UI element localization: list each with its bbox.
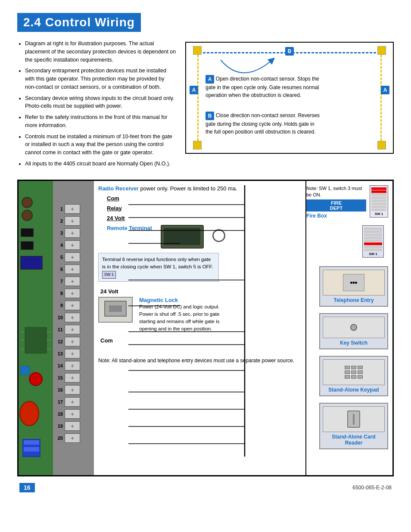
sw1-dip-switches: SW 1 [370, 185, 388, 218]
corner-br [377, 141, 386, 149]
terminal6-note-box: Terminal 6 reverse input functions only … [98, 253, 219, 282]
terminal-row-5: 5 [55, 252, 92, 263]
svg-rect-12 [25, 327, 47, 353]
com-t12-text: Com [100, 337, 113, 344]
svg-rect-8 [24, 447, 39, 451]
fire-dept-badge: FIREDEPT [306, 199, 366, 212]
terminal-row-10: 10 [55, 312, 92, 323]
volt24-label: 24 Volt [107, 215, 301, 221]
standalone-keypad-label: Stand-Alone Keypad [323, 387, 385, 393]
page-number: 16 [19, 483, 35, 492]
radio-module-inner [164, 228, 200, 245]
standalone-card-reader-label: Stand-Alone Card Reader [323, 434, 385, 446]
sensor-diagram-area: B A A [185, 42, 394, 171]
bullet-5: Controls must be installed a minimum of … [25, 133, 177, 157]
fire-box-note-text: Note: SW 1, switch 3 must be ON. [306, 186, 362, 197]
corner-bl [193, 141, 202, 149]
dashed-v-left [197, 55, 199, 141]
telephone-graphic: ■■■ [323, 270, 385, 296]
terminal-row-15: 15 [55, 372, 92, 383]
bullet-3: Secondary device wiring shows inputs to … [25, 94, 177, 111]
wiring-diagram-section: 1 2 3 4 5 6 7 [17, 180, 394, 476]
terminal-row-9: 9 [55, 300, 92, 311]
svg-point-5 [20, 401, 39, 426]
svg-rect-2 [21, 228, 34, 237]
radio-receiver-section: Radio Receiver power only. Power is limi… [98, 185, 301, 192]
key-switch-label: Key Switch [323, 340, 385, 346]
middle-content: Radio Receiver power only. Power is limi… [94, 181, 305, 475]
bullet-6: All inputs to the 4405 circuit board are… [25, 160, 177, 168]
terminal-row-17: 17 [55, 396, 92, 408]
terminal-row-7: 7 [55, 276, 92, 287]
right-devices-panel: Note: SW 1, switch 3 must be ON. FIREDEP… [305, 181, 392, 475]
page-title-block: 2.4 Control Wiring [17, 13, 141, 32]
standalone-card-reader-device: Stand-Alone Card Reader [319, 403, 388, 449]
svg-point-0 [22, 197, 32, 208]
mag-lock-text-block: Magnetic Lock Power (24-Volt DC) and log… [139, 297, 234, 333]
mag-lock-label: Magnetic Lock [139, 297, 234, 303]
footer: 16 6500-065-E-2-08 [17, 483, 394, 492]
terminal-row-20: 20 [55, 432, 92, 444]
connection-labels: Com Relay 24 Volt [107, 195, 301, 221]
card-reader-slot [347, 411, 360, 428]
pcb-svg [19, 181, 53, 474]
com-text: Com [107, 195, 119, 202]
fire-box-content: Note: SW 1, switch 3 must be ON. FIREDEP… [306, 185, 366, 219]
telephone-entry-label: Telephone Entry [323, 297, 385, 303]
terminal6-sw-label: SW 1 [102, 271, 116, 279]
terminal-row-11: 11 [55, 324, 92, 335]
standalone-note-text: Note: All stand-alone and telephone entr… [98, 358, 294, 364]
svg-point-13 [29, 373, 42, 386]
key-switch-graphic [323, 317, 385, 338]
standalone-note: Note: All stand-alone and telephone entr… [98, 357, 301, 364]
key-switch-device: Key Switch [319, 313, 388, 349]
terminal-row-8: 8 [55, 288, 92, 299]
com-label: Com [107, 195, 301, 202]
svg-rect-14 [21, 366, 29, 375]
mag-lock-svg [103, 299, 128, 320]
card-reader-graphic [323, 406, 385, 432]
bullets-column: Diagram at right is for illustration pur… [17, 40, 177, 171]
bullet-2: Secondary entrapment protection devices … [25, 67, 177, 91]
key-hole [350, 324, 357, 331]
sensor-b-text: B Close direction non-contact sensor. Re… [206, 112, 322, 136]
mag-lock-graphic [98, 297, 133, 323]
terminal-row-16: 16 [55, 384, 92, 395]
terminal-row-3: 3 [55, 227, 92, 239]
terminal-row-19: 19 [55, 420, 92, 432]
terminal-row-14: 14 [55, 360, 92, 371]
sw1-label-fire: SW 1 [371, 212, 386, 216]
top-section: Diagram at right is for illustration pur… [17, 40, 394, 171]
com-terminal12: Com [100, 337, 301, 344]
page: 2.4 Control Wiring Diagram at right is f… [0, 0, 411, 532]
keypad-graphic [323, 359, 385, 385]
badge-a-right: A [381, 86, 389, 94]
bullet-4: Refer to the safety instructions in the … [25, 113, 177, 130]
terminal-row-18: 18 [55, 408, 92, 420]
telephone-screen: ■■■ [343, 274, 364, 291]
terminal-strip: 1 2 3 4 5 6 7 [53, 181, 94, 475]
sw1-label-t6: SW 1 [364, 252, 382, 256]
terminal-row-13: 13 [55, 348, 92, 359]
volt24-t9-text: 24 Volt [100, 288, 118, 295]
volt24-terminal9: 24 Volt [100, 288, 301, 295]
sw1-row-on [371, 187, 386, 190]
relay-text: Relay [107, 205, 122, 212]
fire-box-note: Note: SW 1, switch 3 must be ON. [306, 185, 366, 199]
radio-receiver-desc: power only. Power is limited to 250 ma. [140, 185, 237, 192]
badge-a-left: A [190, 86, 198, 94]
terminal-row-12: 12 [55, 336, 92, 347]
page-title: 2.4 Control Wiring [23, 16, 135, 29]
keypad-grid [345, 366, 363, 379]
remote-terminal-text: Remote Terminal [107, 225, 152, 231]
telephone-entry-device: ■■■ Telephone Entry [319, 266, 388, 307]
volt24-text: 24 Volt [107, 215, 125, 221]
fire-box-section: Note: SW 1, switch 3 must be ON. FIREDEP… [306, 185, 388, 219]
corner-tr [377, 46, 386, 55]
remote-terminal-label: Remote Terminal [107, 225, 152, 231]
mag-lock-desc: Power (24-Volt DC) and logic output. Pow… [139, 303, 234, 333]
sw1-terminal6: SW 1 [362, 225, 384, 258]
radio-module-box [161, 225, 204, 249]
sensor-a-desc: Open direction non-contact sensor. Stops… [206, 76, 319, 98]
corner-tl [193, 46, 202, 55]
